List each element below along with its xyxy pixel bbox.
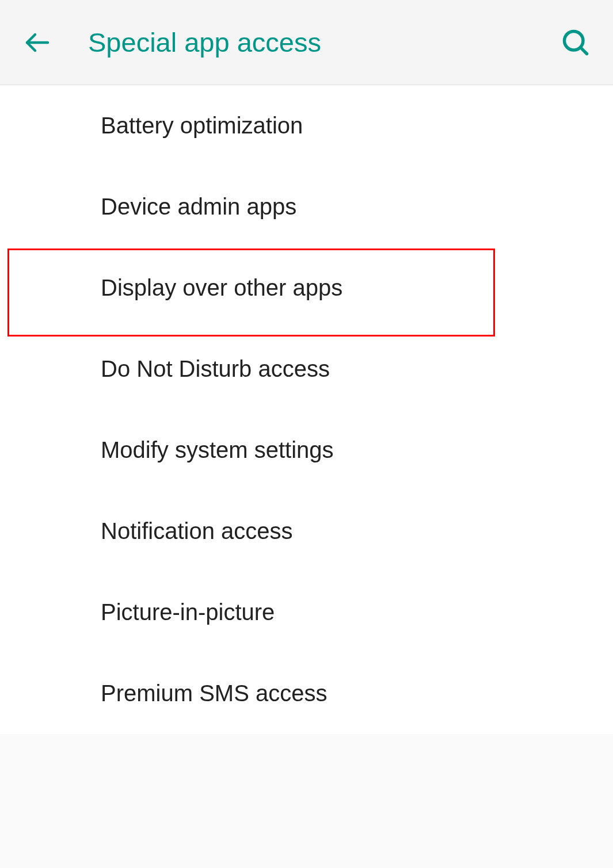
- list-item-notification-access[interactable]: Notification access: [0, 491, 613, 572]
- list-item-label: Do Not Disturb access: [101, 356, 330, 382]
- search-button[interactable]: [550, 0, 601, 85]
- list-item-label: Picture-in-picture: [101, 599, 275, 625]
- search-icon: [561, 28, 591, 58]
- svg-line-2: [581, 47, 587, 53]
- list-item-premium-sms-access[interactable]: Premium SMS access: [0, 653, 613, 734]
- list-item-label: Modify system settings: [101, 437, 334, 463]
- list-item-label: Premium SMS access: [101, 680, 327, 706]
- list-item-battery-optimization[interactable]: Battery optimization: [0, 85, 613, 166]
- back-button[interactable]: [12, 0, 63, 85]
- list-item-label: Notification access: [101, 518, 292, 544]
- list-item-device-admin-apps[interactable]: Device admin apps: [0, 166, 613, 247]
- list-item-label: Device admin apps: [101, 194, 296, 220]
- list-item-modify-system-settings[interactable]: Modify system settings: [0, 410, 613, 491]
- list-item-do-not-disturb-access[interactable]: Do Not Disturb access: [0, 328, 613, 410]
- app-header: Special app access: [0, 0, 613, 85]
- list-item-label: Display over other apps: [101, 275, 342, 301]
- arrow-back-icon: [24, 29, 51, 56]
- list-item-picture-in-picture[interactable]: Picture-in-picture: [0, 572, 613, 653]
- page-title: Special app access: [63, 26, 550, 58]
- settings-list: Battery optimization Device admin apps D…: [0, 85, 613, 734]
- list-item-display-over-other-apps[interactable]: Display over other apps: [0, 247, 613, 328]
- list-item-label: Battery optimization: [101, 113, 303, 139]
